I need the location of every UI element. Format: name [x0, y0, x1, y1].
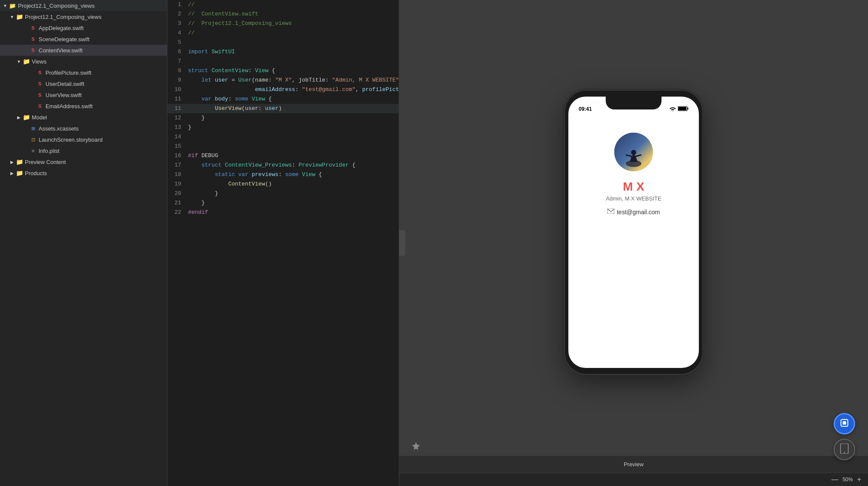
- code-line-8: 8 struct ContentView: View {: [167, 66, 399, 76]
- sidebar-label: Model: [32, 114, 167, 121]
- sidebar-label: UserDetail.swift: [46, 81, 167, 87]
- status-icons: [669, 106, 689, 112]
- iphone-notch: [606, 97, 662, 109]
- sidebar-label: LaunchScreen.storyboard: [39, 137, 167, 143]
- code-content: [188, 57, 395, 66]
- sidebar-label: UserView.swift: [46, 92, 167, 98]
- zoom-bar: — 50% +: [399, 473, 868, 486]
- pin-icon[interactable]: [412, 442, 420, 452]
- swift-file-icon: S: [36, 92, 44, 97]
- storyboard-icon: ⊡: [29, 137, 37, 143]
- code-line-15: 14: [167, 132, 399, 142]
- preview-content-area: 09:41: [399, 0, 868, 456]
- code-content: [188, 132, 395, 142]
- code-line-13: 12 }: [167, 113, 399, 123]
- zoom-in-button[interactable]: +: [857, 476, 861, 483]
- code-line-16: 15: [167, 142, 399, 151]
- live-preview-icon: [839, 418, 850, 430]
- code-line-23: 22 #endif: [167, 208, 399, 217]
- project-icon: 📁: [9, 3, 16, 9]
- preview-footer: Preview — 50% +: [399, 456, 868, 486]
- code-content: import SwiftUI: [188, 47, 395, 57]
- svg-rect-1: [688, 107, 689, 109]
- code-line-11: 11 var body: some View {: [167, 94, 399, 104]
- sidebar-item-launchscreen[interactable]: ⊡ LaunchScreen.storyboard: [0, 134, 167, 145]
- sidebar-sub-project[interactable]: ▼ 📁 Project12.1_Composing_views: [0, 11, 167, 22]
- live-preview-button[interactable]: [834, 413, 855, 434]
- code-content: }: [188, 198, 395, 208]
- sidebar-item-infoplist[interactable]: ≡ Info.plist: [0, 145, 167, 156]
- folder-icon: 📁: [15, 13, 23, 20]
- code-content: //: [188, 0, 395, 9]
- code-line-5: 5: [167, 38, 399, 47]
- sidebar-label: SceneDelegate.swift: [39, 36, 167, 43]
- code-content: // Project12.1_Composing_views: [188, 19, 395, 28]
- code-line-10: 10 emailAddress: "test@gmail.com", profi…: [167, 85, 399, 94]
- code-line-19: 18 static var previews: some View {: [167, 170, 399, 179]
- code-content: struct ContentView: View {: [188, 66, 395, 76]
- line-number: 9: [167, 76, 181, 85]
- folder-icon: 📁: [22, 58, 30, 65]
- code-line-9: 9 let user = User(name: "M X", jobTitle:…: [167, 76, 399, 85]
- sidebar-item-preview-content[interactable]: ▶ 📁 Preview Content: [0, 156, 167, 167]
- sidebar-item-views-folder[interactable]: ▼ 📁 Views: [0, 56, 167, 67]
- preview-panel: 09:41: [399, 0, 868, 486]
- svg-rect-6: [607, 209, 614, 214]
- root-project-label: Project12.1_Composing_views: [18, 3, 167, 9]
- folder-icon: 📁: [15, 158, 23, 165]
- sidebar-item-profilepicture[interactable]: S ProfilePicture.swift: [0, 67, 167, 78]
- sidebar-item-products[interactable]: ▶ 📁 Products: [0, 167, 167, 179]
- line-number: 6: [167, 47, 181, 57]
- code-content: [188, 142, 395, 151]
- code-line-12: 11 UserView(user: user): [167, 104, 399, 113]
- preview-label: Preview: [624, 461, 643, 468]
- svg-point-10: [844, 452, 845, 453]
- sidebar-item-scenedelegate[interactable]: S SceneDelegate.swift: [0, 33, 167, 45]
- svg-rect-2: [678, 107, 686, 110]
- code-line-17: 16 #if DEBUG: [167, 151, 399, 161]
- device-preview-button[interactable]: [834, 439, 855, 460]
- code-line-7: 7: [167, 57, 399, 66]
- sidebar-item-userview[interactable]: S UserView.swift: [0, 89, 167, 100]
- sidebar-label: Info.plist: [39, 148, 167, 154]
- sidebar-label: Products: [25, 170, 167, 176]
- code-content: }: [188, 123, 395, 132]
- code-content: let user = User(name: "M X", jobTitle: "…: [188, 76, 399, 85]
- line-number: 13: [167, 123, 181, 132]
- code-line-18: 17 struct ContentView_Previews: PreviewP…: [167, 161, 399, 170]
- line-number: 22: [167, 208, 181, 217]
- sidebar-item-emailaddress[interactable]: S EmailAddress.swift: [0, 100, 167, 112]
- sidebar-label: Preview Content: [25, 159, 167, 165]
- email-text: test@gmail.com: [617, 209, 660, 216]
- sidebar-item-userdetail[interactable]: S UserDetail.swift: [0, 78, 167, 89]
- email-icon: [607, 209, 614, 215]
- iphone-frame: 09:41: [565, 91, 702, 374]
- code-content: //: [188, 28, 395, 38]
- swift-file-icon: S: [29, 48, 37, 53]
- arrow-icon: ▶: [9, 171, 15, 176]
- sidebar-item-assets[interactable]: ⊞ Assets.xcassets: [0, 123, 167, 134]
- svg-point-5: [631, 150, 636, 155]
- sidebar-item-contentview[interactable]: S ContentView.swift: [0, 45, 167, 56]
- svg-rect-8: [843, 421, 846, 425]
- avatar: [614, 133, 653, 171]
- sidebar-label: Views: [32, 58, 167, 65]
- code-line-4: 4 //: [167, 28, 399, 38]
- line-number: 5: [167, 38, 181, 47]
- code-content: }: [188, 113, 395, 123]
- sidebar-item-model-folder[interactable]: ▶ 📁 Model: [0, 112, 167, 123]
- zoom-out-button[interactable]: —: [832, 476, 838, 483]
- sidebar-root-project[interactable]: ▼ 📁 Project12.1_Composing_views: [0, 0, 167, 11]
- swift-file-icon: S: [36, 70, 44, 75]
- code-line-22: 21 }: [167, 198, 399, 208]
- line-number: 3: [167, 19, 181, 28]
- line-number: 18: [167, 170, 181, 179]
- app-content: M X Admin, M X WEBSITE test@gmail.com: [568, 115, 699, 224]
- line-number: 1: [167, 0, 181, 9]
- sidebar-label: EmailAddress.swift: [46, 103, 167, 109]
- sidebar-item-appdelegate[interactable]: S AppDelegate.swift: [0, 22, 167, 33]
- line-number: 7: [167, 57, 181, 66]
- code-content: #endif: [188, 208, 395, 217]
- code-editor[interactable]: 1 // 2 // ContentView.swift 3 // Project…: [167, 0, 399, 486]
- preview-side-handle[interactable]: [399, 230, 405, 256]
